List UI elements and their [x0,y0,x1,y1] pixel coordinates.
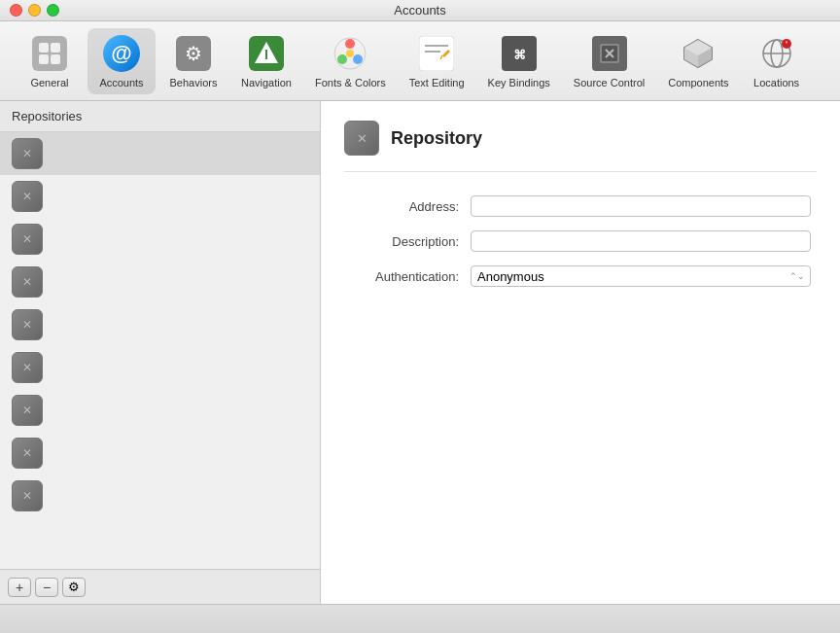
window-title: Accounts [394,3,445,18]
accounts-icon: @ [103,35,140,72]
toolbar: General @ Accounts ⚙ Behaviors Navigatio… [0,21,840,101]
panel-header: Repository [344,121,817,172]
address-input[interactable] [471,195,811,217]
authentication-label: Authentication: [344,269,471,284]
list-item[interactable] [0,132,320,175]
toolbar-item-source-control[interactable]: Source Control [564,28,654,94]
components-label: Components [668,77,728,88]
navigation-icon [249,36,284,71]
sidebar-header: Repositories [0,101,320,132]
key-bindings-label: Key Bindings [488,77,550,88]
panel-title: Repository [391,128,482,149]
sidebar: Repositories [0,101,321,604]
authentication-select-wrapper: Anonymous Username and Password SSH Keys… [471,265,811,287]
address-label: Address: [344,199,471,214]
remove-repository-button[interactable]: − [35,578,58,597]
repo-icon [12,266,43,298]
behaviors-label: Behaviors [170,77,218,88]
description-label: Description: [344,234,471,249]
svg-rect-2 [39,54,49,64]
toolbar-item-navigation[interactable]: Navigation [231,28,301,94]
behaviors-icon: ⚙ [176,36,211,71]
repo-icon [12,309,43,340]
authentication-row: Authentication: Anonymous Username and P… [344,265,817,287]
window-controls [10,4,59,17]
key-bindings-icon: ⌘ [502,36,537,71]
description-input[interactable] [471,230,811,252]
svg-point-9 [353,54,363,64]
toolbar-item-key-bindings[interactable]: ⌘ Key Bindings [478,28,560,94]
right-panel: Repository Address: Description: Authent… [321,101,840,604]
repo-icon [12,138,43,169]
address-row: Address: [344,195,817,217]
fonts-colors-icon [332,36,368,71]
status-bar [0,604,840,633]
repo-icon [12,352,43,383]
locations-icon [759,36,794,71]
source-control-icon [592,36,627,71]
components-icon [681,36,716,71]
svg-rect-1 [51,43,60,53]
panel-repo-icon [344,121,379,156]
list-item[interactable] [0,432,320,475]
title-bar: Accounts [0,0,840,21]
text-editing-icon [419,36,454,71]
toolbar-item-accounts[interactable]: @ Accounts [88,28,156,94]
svg-point-11 [346,50,354,57]
repo-icon [12,181,43,212]
fonts-colors-label: Fonts & Colors [315,77,386,88]
accounts-label: Accounts [99,77,143,88]
list-item[interactable] [0,218,320,261]
repo-icon [12,438,43,469]
toolbar-item-fonts-colors[interactable]: Fonts & Colors [305,28,396,94]
repo-icon [12,480,43,511]
toolbar-item-components[interactable]: Components [658,28,738,94]
list-item[interactable] [0,475,320,517]
locations-label: Locations [753,77,799,88]
list-item[interactable] [0,346,320,389]
general-label: General [30,77,68,88]
repo-icon [12,224,43,255]
list-item[interactable] [0,175,320,218]
list-item[interactable] [0,389,320,432]
authentication-select[interactable]: Anonymous Username and Password SSH Keys… [471,265,811,287]
svg-rect-0 [39,43,49,53]
main-content: Repositories [0,101,840,604]
repository-options-button[interactable]: ⚙ [62,578,86,597]
text-editing-label: Text Editing [409,77,465,88]
add-repository-button[interactable]: + [8,578,31,597]
source-control-label: Source Control [574,77,645,88]
gear-icon: ⚙ [68,580,80,594]
general-icon [32,36,67,71]
svg-point-10 [337,54,347,64]
toolbar-item-locations[interactable]: Locations [743,28,811,94]
list-item[interactable] [0,261,320,303]
maximize-button[interactable] [47,4,59,17]
svg-point-8 [345,39,355,49]
toolbar-item-behaviors[interactable]: ⚙ Behaviors [159,28,228,94]
svg-rect-12 [419,36,454,71]
svg-text:⌘: ⌘ [512,48,525,62]
sidebar-bottom-toolbar: + − ⚙ [0,569,320,604]
sidebar-list[interactable] [0,132,320,569]
toolbar-item-text-editing[interactable]: Text Editing [400,28,474,94]
navigation-label: Navigation [241,77,292,88]
repo-icon [12,395,43,426]
minimize-button[interactable] [28,4,41,17]
toolbar-item-general[interactable]: General [16,28,84,94]
close-button[interactable] [10,4,22,17]
list-item[interactable] [0,303,320,346]
description-row: Description: [344,230,817,252]
svg-rect-3 [51,54,60,64]
